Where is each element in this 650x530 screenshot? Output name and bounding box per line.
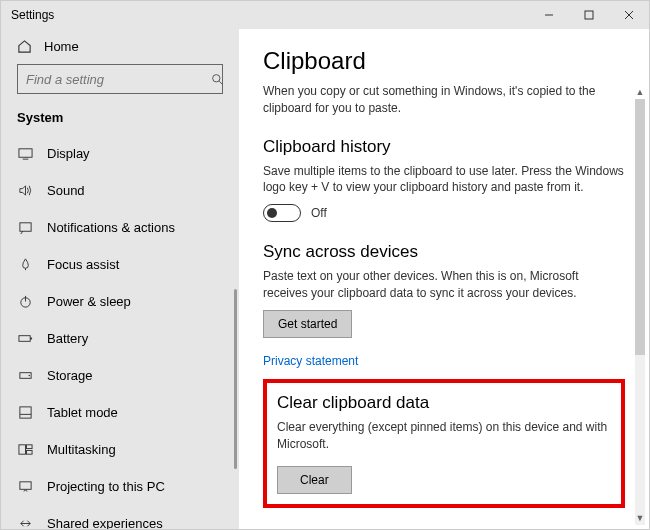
content-scrollbar[interactable]: ▲ ▼: [635, 99, 645, 525]
sidebar-nav: Display Sound Notifications & actions Fo…: [1, 135, 239, 529]
sidebar-item-battery[interactable]: Battery: [1, 320, 239, 357]
svg-line-5: [219, 81, 222, 84]
page-title: Clipboard: [263, 47, 625, 75]
section-clear-clipboard: Clear clipboard data Clear everything (e…: [263, 379, 625, 509]
history-desc: Save multiple items to the clipboard to …: [263, 163, 625, 197]
multitasking-icon: [17, 442, 33, 457]
sidebar-item-display[interactable]: Display: [1, 135, 239, 172]
sidebar-item-label: Storage: [47, 368, 93, 383]
section-pin: Pin frequently used items: [263, 528, 625, 529]
svg-rect-18: [26, 445, 32, 449]
svg-rect-17: [18, 445, 25, 454]
notifications-icon: [17, 220, 33, 235]
sidebar-item-multitasking[interactable]: Multitasking: [1, 431, 239, 468]
window-controls: [529, 1, 649, 29]
sidebar-item-projecting[interactable]: Projecting to this PC: [1, 468, 239, 505]
page-intro: When you copy or cut something in Window…: [263, 83, 625, 117]
svg-rect-6: [18, 149, 31, 157]
sidebar-item-label: Battery: [47, 331, 88, 346]
storage-icon: [17, 368, 33, 383]
sidebar-item-label: Sound: [47, 183, 85, 198]
maximize-button[interactable]: [569, 1, 609, 29]
focus-assist-icon: [17, 257, 33, 272]
sidebar-item-label: Notifications & actions: [47, 220, 175, 235]
sidebar-item-label: Multitasking: [47, 442, 116, 457]
clear-button[interactable]: Clear: [277, 466, 352, 494]
history-toggle[interactable]: [263, 204, 301, 222]
display-icon: [17, 146, 33, 161]
home-icon: [17, 39, 32, 54]
minimize-button[interactable]: [529, 1, 569, 29]
toggle-knob: [267, 208, 277, 218]
window-body: Home System Display Sound Notifications …: [1, 29, 649, 529]
sidebar-item-notifications[interactable]: Notifications & actions: [1, 209, 239, 246]
close-button[interactable]: [609, 1, 649, 29]
settings-window: Settings Home System Display So: [0, 0, 650, 530]
history-title: Clipboard history: [263, 137, 625, 157]
search-input[interactable]: [17, 64, 223, 94]
power-icon: [17, 294, 33, 309]
sidebar-item-label: Projecting to this PC: [47, 479, 165, 494]
search-field[interactable]: [18, 72, 203, 87]
section-clipboard-history: Clipboard history Save multiple items to…: [263, 137, 625, 223]
content-area: Clipboard When you copy or cut something…: [239, 29, 649, 529]
pin-title: Pin frequently used items: [263, 528, 625, 529]
scroll-up-icon[interactable]: ▲: [635, 85, 645, 99]
sidebar-item-label: Tablet mode: [47, 405, 118, 420]
sync-desc: Paste text on your other devices. When t…: [263, 268, 625, 302]
svg-point-4: [213, 74, 220, 81]
sidebar-item-shared-experiences[interactable]: Shared experiences: [1, 505, 239, 529]
title-bar: Settings: [1, 1, 649, 29]
sync-title: Sync across devices: [263, 242, 625, 262]
svg-rect-8: [19, 223, 30, 231]
sidebar-scrollbar[interactable]: [234, 289, 237, 469]
sidebar: Home System Display Sound Notifications …: [1, 29, 239, 529]
sidebar-home-label: Home: [44, 39, 79, 54]
sidebar-section-title: System: [1, 104, 239, 135]
svg-rect-20: [19, 482, 30, 490]
history-toggle-state: Off: [311, 205, 327, 222]
sidebar-item-label: Focus assist: [47, 257, 119, 272]
sidebar-item-storage[interactable]: Storage: [1, 357, 239, 394]
sidebar-item-focus-assist[interactable]: Focus assist: [1, 246, 239, 283]
get-started-button[interactable]: Get started: [263, 310, 352, 338]
svg-rect-12: [30, 338, 32, 340]
svg-rect-11: [18, 336, 29, 342]
projecting-icon: [17, 479, 33, 494]
scrollbar-thumb[interactable]: [635, 99, 645, 355]
battery-icon: [17, 331, 33, 346]
clear-title: Clear clipboard data: [277, 393, 611, 413]
sidebar-item-label: Display: [47, 146, 90, 161]
shared-experiences-icon: [17, 516, 33, 529]
tablet-mode-icon: [17, 405, 33, 420]
clear-desc: Clear everything (except pinned items) o…: [277, 419, 611, 453]
sidebar-item-label: Shared experiences: [47, 516, 163, 529]
sidebar-item-tablet-mode[interactable]: Tablet mode: [1, 394, 239, 431]
svg-rect-15: [19, 407, 30, 418]
svg-point-14: [28, 375, 30, 377]
window-title: Settings: [1, 8, 54, 22]
svg-rect-19: [26, 450, 32, 454]
svg-rect-1: [585, 11, 593, 19]
sidebar-home[interactable]: Home: [1, 29, 239, 64]
sidebar-item-power-sleep[interactable]: Power & sleep: [1, 283, 239, 320]
search-icon: [203, 73, 232, 86]
privacy-statement-link[interactable]: Privacy statement: [263, 354, 358, 368]
scroll-down-icon[interactable]: ▼: [635, 511, 645, 525]
section-sync: Sync across devices Paste text on your o…: [263, 242, 625, 338]
sidebar-item-sound[interactable]: Sound: [1, 172, 239, 209]
sound-icon: [17, 183, 33, 198]
sidebar-item-label: Power & sleep: [47, 294, 131, 309]
